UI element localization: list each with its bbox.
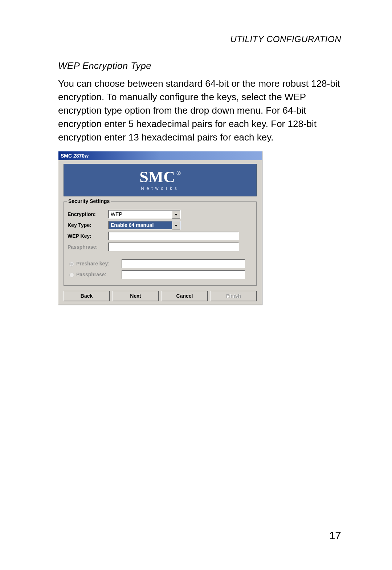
titlebar: SMC 2870w xyxy=(58,151,262,160)
brand-text: SMC xyxy=(139,169,175,185)
encryption-select[interactable]: WEP xyxy=(108,210,181,219)
key-type-label: Key Type: xyxy=(68,222,108,228)
groupbox-legend: Security Settings xyxy=(67,198,111,204)
passphrase2-label: Passphrase: xyxy=(76,272,122,277)
page-number: 17 xyxy=(329,529,341,542)
cancel-button[interactable]: Cancel xyxy=(162,291,208,301)
security-settings-group: Security Settings Encryption: WEP ▼ Key … xyxy=(64,201,257,286)
preshare-key-input xyxy=(122,259,245,268)
preshare-key-label: Preshare key: xyxy=(76,261,122,266)
brand-registered-icon: ® xyxy=(176,171,181,176)
brand-banner: SMC ® Networks xyxy=(64,164,257,196)
key-type-select[interactable]: Enable 64 manual xyxy=(108,221,181,229)
dialog-window: SMC 2870w SMC ® Networks Security Settin… xyxy=(58,151,262,305)
back-button[interactable]: Back xyxy=(64,291,110,301)
finish-button: Finish xyxy=(211,291,257,301)
brand-subtext: Networks xyxy=(141,186,179,191)
encryption-label: Encryption: xyxy=(68,211,108,217)
wep-key-label: WEP Key: xyxy=(68,233,108,239)
passphrase2-radio xyxy=(69,273,74,277)
preshare-key-radio xyxy=(69,262,74,266)
passphrase-label: Passphrase: xyxy=(68,244,108,250)
body-text: You can choose between standard 64-bit o… xyxy=(58,77,345,144)
passphrase2-input xyxy=(122,270,245,279)
window-title: SMC 2870w xyxy=(61,153,89,159)
wep-key-input[interactable] xyxy=(108,232,239,240)
section-title: WEP Encryption Type xyxy=(58,60,151,72)
next-button[interactable]: Next xyxy=(113,291,159,301)
passphrase-input xyxy=(108,243,239,251)
page-header: UTILITY CONFIGURATION xyxy=(230,34,341,44)
